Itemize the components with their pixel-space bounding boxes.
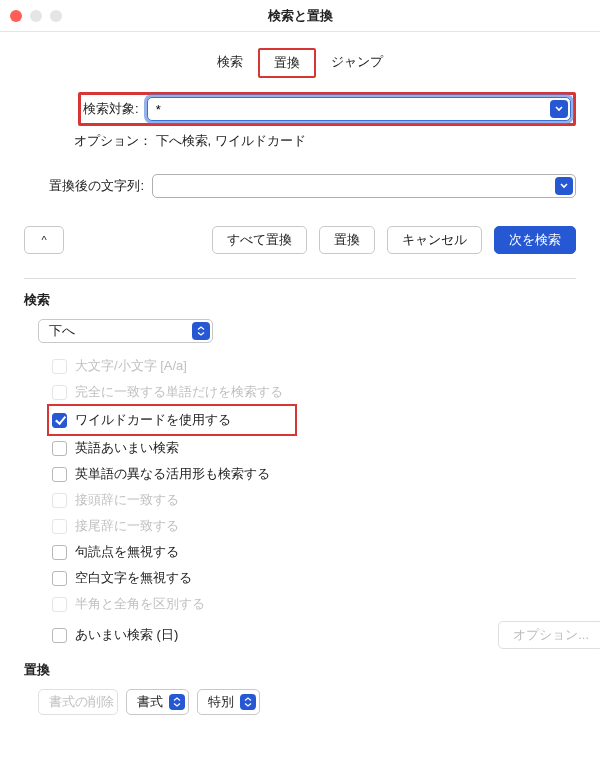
updown-icon xyxy=(192,322,210,340)
checkbox[interactable] xyxy=(52,571,67,586)
check-label: 大文字/小文字 [A/a] xyxy=(75,357,187,375)
replace-with-combo[interactable] xyxy=(152,174,576,198)
cancel-button[interactable]: キャンセル xyxy=(387,226,482,254)
check-label: 句読点を無視する xyxy=(75,543,179,561)
check-jp-fuzzy-row: あいまい検索 (日) オプション... xyxy=(52,617,576,653)
search-section-head: 検索 xyxy=(24,291,576,309)
checkbox[interactable] xyxy=(52,441,67,456)
search-target-row: 検索対象: xyxy=(78,92,576,126)
search-target-dropdown-icon[interactable] xyxy=(550,100,568,118)
tab-jump[interactable]: ジャンプ xyxy=(316,48,398,78)
check-label: 接尾辞に一致する xyxy=(75,517,179,535)
checkbox[interactable] xyxy=(52,628,67,643)
find-next-button[interactable]: 次を検索 xyxy=(494,226,576,254)
check-suffix: 接尾辞に一致する xyxy=(52,513,576,539)
updown-icon xyxy=(240,694,256,710)
fuzzy-options-button: オプション... xyxy=(498,621,600,649)
format-menu-button[interactable]: 書式 xyxy=(126,689,189,715)
check-label: あいまい検索 (日) xyxy=(75,626,178,644)
replace-tool-row: 書式の削除 書式 特別 xyxy=(38,689,576,715)
zoom-window-button xyxy=(50,10,62,22)
tab-search[interactable]: 検索 xyxy=(202,48,258,78)
check-ignore-width: 半角と全角を区別する xyxy=(52,591,576,617)
check-match-case: 大文字/小文字 [A/a] xyxy=(52,353,576,379)
chevron-up-icon: ^ xyxy=(41,234,46,246)
check-label: 英語あいまい検索 xyxy=(75,439,179,457)
replace-all-button[interactable]: すべて置換 xyxy=(212,226,307,254)
delete-formatting-button: 書式の削除 xyxy=(38,689,118,715)
check-english-inflection[interactable]: 英単語の異なる活用形も検索する xyxy=(52,461,576,487)
check-wildcard[interactable]: ワイルドカードを使用する xyxy=(48,405,296,435)
checkbox xyxy=(52,519,67,534)
check-label: 英単語の異なる活用形も検索する xyxy=(75,465,270,483)
check-label: 空白文字を無視する xyxy=(75,569,192,587)
search-direction-value: 下へ xyxy=(49,322,192,340)
check-label: 接頭辞に一致する xyxy=(75,491,179,509)
check-english-fuzzy[interactable]: 英語あいまい検索 xyxy=(52,435,576,461)
checkbox[interactable] xyxy=(52,413,67,428)
check-whole-word: 完全に一致する単語だけを検索する xyxy=(52,379,576,405)
tab-bar: 検索 置換 ジャンプ xyxy=(24,48,576,78)
search-target-label: 検索対象: xyxy=(83,100,139,118)
search-direction-select[interactable]: 下へ xyxy=(38,319,213,343)
search-target-combo[interactable] xyxy=(147,97,571,121)
updown-icon xyxy=(169,694,185,710)
replace-with-label: 置換後の文字列: xyxy=(36,177,144,195)
search-options-list: 大文字/小文字 [A/a] 完全に一致する単語だけを検索する ワイルドカードを使… xyxy=(52,353,576,653)
dialog-content: 検索 置換 ジャンプ 検索対象: オプション： 下へ検索, ワイルドカード 置換… xyxy=(0,32,600,731)
replace-section: 置換 書式の削除 書式 特別 xyxy=(24,661,576,715)
replace-with-dropdown-icon[interactable] xyxy=(555,177,573,195)
checkbox[interactable] xyxy=(52,467,67,482)
minimize-window-button xyxy=(30,10,42,22)
window-title: 検索と置換 xyxy=(10,7,590,25)
replace-with-row: 置換後の文字列: xyxy=(36,174,576,198)
check-ignore-space[interactable]: 空白文字を無視する xyxy=(52,565,576,591)
replace-section-head: 置換 xyxy=(24,661,576,679)
search-options-summary: オプション： 下へ検索, ワイルドカード xyxy=(74,132,576,150)
title-bar: 検索と置換 xyxy=(0,0,600,32)
check-ignore-punct[interactable]: 句読点を無視する xyxy=(52,539,576,565)
replace-with-input[interactable] xyxy=(161,177,555,196)
check-label: 完全に一致する単語だけを検索する xyxy=(75,383,283,401)
checkbox xyxy=(52,385,67,400)
checkbox xyxy=(52,493,67,508)
checkbox xyxy=(52,597,67,612)
check-label: ワイルドカードを使用する xyxy=(75,411,231,429)
tab-replace[interactable]: 置換 xyxy=(258,48,316,78)
checkbox xyxy=(52,359,67,374)
divider xyxy=(24,278,576,279)
search-target-input[interactable] xyxy=(156,100,550,119)
check-prefix: 接頭辞に一致する xyxy=(52,487,576,513)
close-window-button[interactable] xyxy=(10,10,22,22)
check-label: 半角と全角を区別する xyxy=(75,595,205,613)
traffic-lights xyxy=(10,10,62,22)
action-button-row: ^ すべて置換 置換 キャンセル 次を検索 xyxy=(24,226,576,254)
checkbox[interactable] xyxy=(52,545,67,560)
special-menu-button[interactable]: 特別 xyxy=(197,689,260,715)
collapse-toggle-button[interactable]: ^ xyxy=(24,226,64,254)
replace-button[interactable]: 置換 xyxy=(319,226,375,254)
